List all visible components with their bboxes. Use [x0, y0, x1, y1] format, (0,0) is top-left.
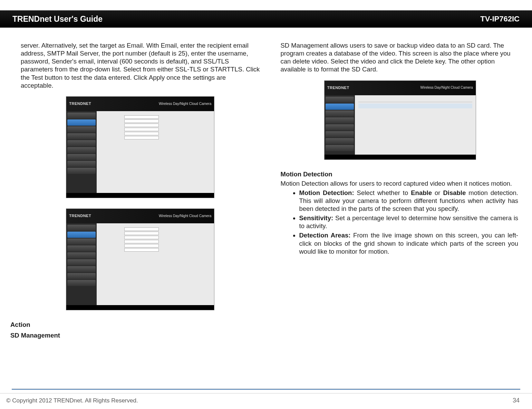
sidebar-item [326, 97, 354, 103]
sidebar-item-active [67, 232, 96, 238]
sidebar-item [67, 273, 96, 279]
header-bar: TRENDnet User's Guide TV-IP762IC [0, 10, 532, 28]
sidebar-item [67, 266, 96, 272]
screenshot-body [325, 95, 476, 155]
intro-paragraph: server. Alternatively, set the target as… [21, 41, 260, 89]
mock-field [100, 119, 211, 123]
sidebar-item [326, 124, 354, 130]
sidebar-item [67, 238, 96, 245]
page-footer: © Copyright 2012 TRENDnet. All Rights Re… [0, 393, 532, 404]
screenshot-brand: TRENDNET [69, 101, 91, 106]
sidebar-item-active [67, 119, 96, 126]
page-number: 34 [513, 397, 520, 404]
screenshot-brand: TRENDNET [327, 86, 349, 90]
right-column: SD Management allows users to save or ba… [281, 41, 520, 341]
sidebar-item [67, 252, 96, 259]
sidebar-item [326, 145, 354, 151]
sidebar-item [67, 113, 96, 119]
mock-field [100, 124, 211, 127]
sidebar-item [326, 110, 354, 117]
mock-field [100, 248, 211, 252]
motion-detection-intro: Motion Detection allows for users to rec… [281, 179, 520, 187]
heading-action: Action [10, 321, 260, 329]
screenshot-main-panel [355, 95, 476, 155]
screenshot-sidebar [66, 111, 97, 193]
sidebar-item [67, 154, 96, 160]
sidebar-item [67, 168, 96, 174]
mock-field [100, 240, 211, 243]
sidebar-item [326, 138, 354, 144]
screenshot-main-panel [97, 223, 214, 305]
screenshot-topbar: TRENDNET Wireless Day/Night Cloud Camera [325, 81, 476, 95]
screenshot-main-panel [97, 111, 214, 193]
sidebar-item [67, 280, 96, 286]
footer-divider [12, 388, 520, 390]
screenshot-brand: TRENDNET [69, 214, 91, 218]
sd-management-paragraph: SD Management allows users to save or ba… [281, 41, 520, 74]
screenshot-topbar: TRENDNET Wireless Day/Night Cloud Camera [66, 97, 214, 111]
left-column: server. Alternatively, set the target as… [21, 41, 260, 341]
bullet-text: or [432, 189, 443, 196]
screenshot-title: Wireless Day/Night Cloud Camera [159, 214, 211, 218]
model-number: TV-IP762IC [480, 14, 520, 23]
motion-detection-list: Motion Detection: Select whether to Enab… [281, 189, 520, 255]
screenshot-body [66, 111, 214, 193]
sidebar-item [67, 133, 96, 139]
heading-motion-detection: Motion Detection [281, 170, 520, 178]
screenshot-body [66, 223, 214, 305]
content-area: server. Alternatively, set the target as… [0, 35, 532, 341]
screenshot-snapshot-settings: TRENDNET Wireless Day/Night Cloud Camera [66, 96, 214, 198]
mock-field [100, 232, 211, 235]
bold-enable: Enable [411, 189, 432, 196]
screenshot-footer [325, 155, 476, 159]
screenshot-footer [66, 305, 214, 310]
bullet-sensitivity: Sensitivity: Set a percentage level to d… [299, 214, 520, 230]
guide-title: TRENDnet User's Guide [12, 14, 103, 24]
mock-table-row [358, 104, 472, 108]
sidebar-item [67, 259, 96, 265]
bullet-label: Motion Detection: [299, 189, 354, 196]
sidebar-item [67, 245, 96, 252]
bullet-detection-areas: Detection Areas: From the live image sho… [299, 231, 520, 255]
sidebar-item [326, 131, 354, 137]
sidebar-item [67, 225, 96, 231]
mock-table-row [358, 109, 472, 114]
screenshot-sidebar [66, 223, 97, 305]
heading-sd-management: SD Management [10, 331, 260, 339]
bullet-label: Sensitivity: [299, 214, 333, 222]
mock-field [100, 136, 211, 139]
screenshot-title: Wireless Day/Night Cloud Camera [420, 86, 473, 90]
screenshot-sidebar [325, 95, 355, 155]
mock-table-header [358, 97, 472, 102]
screenshot-title: Wireless Day/Night Cloud Camera [159, 102, 211, 106]
mock-field [100, 227, 211, 231]
screenshot-email-settings: TRENDNET Wireless Day/Night Cloud Camera [66, 208, 214, 310]
screenshot-topbar: TRENDNET Wireless Day/Night Cloud Camera [66, 209, 214, 223]
page-header: TRENDnet User's Guide TV-IP762IC [0, 0, 532, 35]
screenshot-sd-management: TRENDNET Wireless Day/Night Cloud Camera [324, 80, 476, 160]
bullet-text: Select whether to [354, 189, 411, 196]
sidebar-item [67, 126, 96, 133]
sidebar-item [67, 147, 96, 153]
bold-disable: Disable [443, 189, 466, 196]
sidebar-item [326, 117, 354, 124]
sidebar-item-active [326, 104, 354, 110]
screenshot-footer [66, 193, 214, 198]
copyright-text: © Copyright 2012 TRENDnet. All Rights Re… [6, 397, 138, 404]
bullet-motion-detection: Motion Detection: Select whether to Enab… [299, 189, 520, 213]
sidebar-item [67, 140, 96, 146]
mock-field [100, 236, 211, 239]
sidebar-item [67, 161, 96, 167]
mock-field [100, 115, 211, 119]
mock-field [100, 128, 211, 131]
mock-field [100, 132, 211, 135]
bullet-label: Detection Areas: [299, 232, 351, 239]
mock-field [100, 244, 211, 247]
